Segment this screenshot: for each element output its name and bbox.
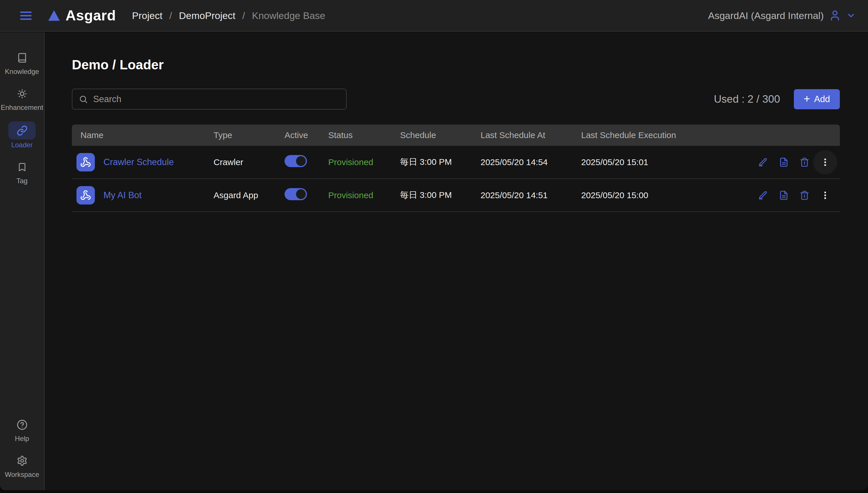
app-root: Asgard Project / DemoProject / Knowledge…: [0, 0, 868, 493]
app-shell: Knowledge Enhancement: [0, 32, 868, 490]
account-area: AsgardAI (Asgard Internal): [708, 9, 856, 22]
toggle-knob: [296, 189, 306, 199]
column-header-schedule: Schedule: [400, 130, 481, 140]
status-badge: Provisioned: [328, 190, 400, 200]
column-header-active: Active: [284, 130, 328, 140]
webhook-icon: [76, 153, 95, 171]
menu-bar: [20, 18, 31, 20]
toolbar: Used : 2 / 300 + Add: [72, 89, 840, 110]
active-cell: [284, 155, 328, 169]
sidebar-item-label: Tag: [16, 177, 28, 185]
row-name-link[interactable]: Crawler Schedule: [104, 157, 174, 167]
table-header: Name Type Active Status Schedule Last Sc…: [72, 125, 840, 146]
page-title: Demo / Loader: [72, 57, 840, 72]
breadcrumb-separator: /: [169, 10, 172, 21]
top-bar: Asgard Project / DemoProject / Knowledge…: [0, 0, 868, 31]
row-actions: [754, 157, 840, 167]
active-toggle[interactable]: [284, 188, 307, 200]
chevron-down-icon[interactable]: [846, 10, 856, 20]
menu-bar: [20, 15, 31, 16]
edit-icon[interactable]: [758, 157, 768, 167]
menu-icon[interactable]: [18, 10, 33, 22]
triangle-logo-icon: [48, 10, 60, 21]
user-icon[interactable]: [829, 9, 841, 22]
breadcrumb-item-project[interactable]: Project: [132, 10, 162, 21]
book-icon: [8, 49, 36, 66]
column-header-name: Name: [72, 130, 213, 140]
sidebar-item-label: Knowledge: [5, 68, 39, 76]
brand-name: Asgard: [66, 7, 116, 24]
help-circle-icon: [8, 416, 36, 433]
search-icon: [79, 94, 88, 104]
bookmark-icon: [8, 159, 36, 175]
more-vertical-icon[interactable]: [820, 157, 830, 167]
menu-bar: [20, 12, 31, 13]
toggle-knob: [296, 156, 306, 166]
link-icon: [8, 121, 36, 140]
sidebar-item-label: Loader: [11, 141, 33, 149]
sidebar-item-enhancement[interactable]: Enhancement: [0, 85, 44, 112]
more-vertical-icon[interactable]: [820, 190, 830, 200]
row-name-link[interactable]: My AI Bot: [104, 190, 142, 200]
trash-icon[interactable]: [800, 190, 809, 200]
sidebar-bottom: Help Workspace: [0, 416, 44, 490]
sidebar-item-label: Enhancement: [1, 104, 43, 112]
sidebar-item-label: Help: [15, 435, 29, 443]
account-name: AsgardAI (Asgard Internal): [708, 10, 824, 21]
breadcrumb-item-demoproject[interactable]: DemoProject: [179, 10, 236, 21]
sidebar-item-tag[interactable]: Tag: [0, 159, 44, 185]
sidebar-item-workspace[interactable]: Workspace: [0, 452, 44, 479]
row-schedule: 毎日 3:00 PM: [400, 156, 481, 168]
row-actions: [754, 190, 840, 200]
search-input[interactable]: [93, 94, 340, 105]
breadcrumb: Project / DemoProject / Knowledge Base: [132, 10, 325, 21]
breadcrumb-item-knowledge-base: Knowledge Base: [252, 10, 325, 21]
sidebar: Knowledge Enhancement: [0, 32, 45, 490]
status-badge: Provisioned: [328, 157, 400, 167]
sidebar-item-help[interactable]: Help: [0, 416, 44, 443]
add-button-label: Add: [814, 94, 830, 104]
brand: Asgard: [48, 7, 116, 24]
column-header-status: Status: [328, 130, 400, 140]
sidebar-item-loader[interactable]: Loader: [0, 121, 44, 149]
main-content: Demo / Loader Used : 2 / 300 + Add Name: [45, 32, 868, 490]
row-type: Asgard App: [213, 190, 284, 200]
usage-counter: Used : 2 / 300: [714, 93, 780, 105]
document-icon[interactable]: [779, 190, 789, 200]
sun-icon: [8, 85, 36, 102]
add-button[interactable]: + Add: [794, 89, 840, 109]
row-last-schedule-at: 2025/05/20 14:51: [481, 190, 581, 200]
edit-icon[interactable]: [758, 190, 768, 200]
column-header-last-schedule-execution: Last Schedule Execution: [581, 130, 754, 140]
row-type: Crawler: [213, 157, 284, 167]
row-last-schedule-execution: 2025/05/20 15:01: [581, 157, 754, 167]
name-cell: My AI Bot: [72, 186, 213, 205]
trash-icon[interactable]: [800, 157, 809, 167]
search-box: [72, 89, 347, 110]
table-row: My AI Bot Asgard App Provisioned 毎日 3:00…: [72, 179, 840, 212]
active-toggle[interactable]: [284, 155, 307, 167]
column-header-last-schedule-at: Last Schedule At: [481, 130, 581, 140]
document-icon[interactable]: [779, 157, 789, 167]
loader-table: Name Type Active Status Schedule Last Sc…: [72, 125, 840, 212]
active-cell: [284, 188, 328, 202]
sidebar-item-knowledge[interactable]: Knowledge: [0, 49, 44, 76]
column-header-type: Type: [213, 130, 284, 140]
gear-icon: [8, 452, 36, 469]
row-last-schedule-at: 2025/05/20 14:54: [481, 157, 581, 167]
row-last-schedule-execution: 2025/05/20 15:00: [581, 190, 754, 200]
breadcrumb-separator: /: [242, 10, 245, 21]
table-row: Crawler Schedule Crawler Provisioned 毎日 …: [72, 146, 840, 179]
sidebar-item-label: Workspace: [5, 471, 39, 479]
row-schedule: 毎日 3:00 PM: [400, 189, 481, 201]
plus-icon: +: [804, 93, 810, 104]
webhook-icon: [76, 186, 95, 205]
name-cell: Crawler Schedule: [72, 153, 213, 171]
